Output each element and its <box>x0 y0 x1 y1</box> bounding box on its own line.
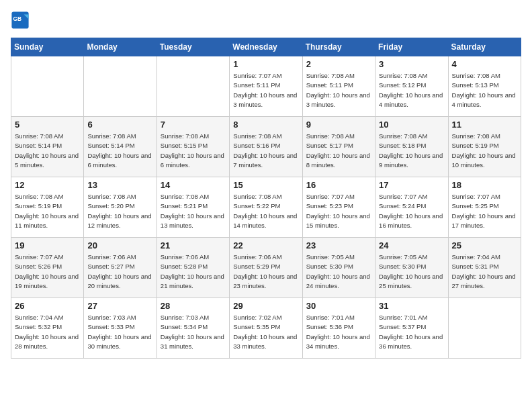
day-number: 26 <box>15 301 80 311</box>
day-info: Sunrise: 7:07 AMSunset: 5:23 PMDaylight:… <box>306 192 371 230</box>
calendar-cell: 4Sunrise: 7:08 AMSunset: 5:13 PMDaylight… <box>448 56 521 117</box>
calendar-cell: 24Sunrise: 7:05 AMSunset: 5:30 PMDayligh… <box>375 238 448 298</box>
calendar-week-row: 1Sunrise: 7:07 AMSunset: 5:11 PMDaylight… <box>11 56 521 117</box>
calendar-table: SundayMondayTuesdayWednesdayThursdayFrid… <box>11 38 521 359</box>
calendar-cell: 6Sunrise: 7:08 AMSunset: 5:14 PMDaylight… <box>84 117 157 177</box>
day-number: 24 <box>379 240 444 250</box>
logo: GB <box>11 11 32 30</box>
day-info: Sunrise: 7:02 AMSunset: 5:35 PMDaylight:… <box>233 313 298 351</box>
calendar-cell: 7Sunrise: 7:08 AMSunset: 5:15 PMDaylight… <box>157 117 229 177</box>
day-number: 14 <box>161 180 226 190</box>
day-info: Sunrise: 7:07 AMSunset: 5:24 PMDaylight:… <box>379 192 444 230</box>
day-info: Sunrise: 7:01 AMSunset: 5:37 PMDaylight:… <box>379 313 444 351</box>
day-info: Sunrise: 7:08 AMSunset: 5:14 PMDaylight:… <box>87 132 152 170</box>
day-number: 30 <box>306 301 371 311</box>
day-info: Sunrise: 7:08 AMSunset: 5:12 PMDaylight:… <box>379 71 444 109</box>
day-number: 11 <box>452 120 517 130</box>
day-info: Sunrise: 7:07 AMSunset: 5:25 PMDaylight:… <box>452 192 517 230</box>
day-info: Sunrise: 7:08 AMSunset: 5:20 PMDaylight:… <box>87 192 152 230</box>
calendar-cell: 26Sunrise: 7:04 AMSunset: 5:32 PMDayligh… <box>11 298 84 359</box>
calendar-cell: 19Sunrise: 7:07 AMSunset: 5:26 PMDayligh… <box>11 238 84 298</box>
calendar-cell: 20Sunrise: 7:06 AMSunset: 5:27 PMDayligh… <box>84 238 157 298</box>
day-info: Sunrise: 7:06 AMSunset: 5:29 PMDaylight:… <box>233 253 298 291</box>
day-number: 12 <box>15 180 80 190</box>
weekday-header-row: SundayMondayTuesdayWednesdayThursdayFrid… <box>11 38 521 56</box>
calendar-cell <box>448 298 521 359</box>
calendar-cell: 22Sunrise: 7:06 AMSunset: 5:29 PMDayligh… <box>230 238 302 298</box>
day-number: 27 <box>87 301 152 311</box>
calendar-week-row: 26Sunrise: 7:04 AMSunset: 5:32 PMDayligh… <box>11 298 521 359</box>
calendar-body: 1Sunrise: 7:07 AMSunset: 5:11 PMDaylight… <box>11 56 521 359</box>
day-info: Sunrise: 7:08 AMSunset: 5:21 PMDaylight:… <box>161 192 226 230</box>
day-number: 10 <box>379 120 444 130</box>
day-number: 29 <box>233 301 298 311</box>
calendar-cell: 25Sunrise: 7:04 AMSunset: 5:31 PMDayligh… <box>448 238 521 298</box>
weekday-header: Saturday <box>448 38 521 56</box>
day-info: Sunrise: 7:01 AMSunset: 5:36 PMDaylight:… <box>306 313 371 351</box>
weekday-header: Friday <box>375 38 448 56</box>
day-info: Sunrise: 7:08 AMSunset: 5:19 PMDaylight:… <box>452 132 517 170</box>
day-info: Sunrise: 7:08 AMSunset: 5:13 PMDaylight:… <box>452 71 517 109</box>
day-number: 22 <box>233 240 298 250</box>
calendar-cell: 9Sunrise: 7:08 AMSunset: 5:17 PMDaylight… <box>302 117 375 177</box>
day-number: 5 <box>15 120 80 130</box>
day-info: Sunrise: 7:06 AMSunset: 5:27 PMDaylight:… <box>87 253 152 291</box>
calendar-cell: 18Sunrise: 7:07 AMSunset: 5:25 PMDayligh… <box>448 177 521 238</box>
calendar-cell: 21Sunrise: 7:06 AMSunset: 5:28 PMDayligh… <box>157 238 229 298</box>
day-number: 31 <box>379 301 444 311</box>
calendar-cell: 17Sunrise: 7:07 AMSunset: 5:24 PMDayligh… <box>375 177 448 238</box>
weekday-header: Wednesday <box>230 38 302 56</box>
day-info: Sunrise: 7:08 AMSunset: 5:22 PMDaylight:… <box>233 192 298 230</box>
calendar-cell: 8Sunrise: 7:08 AMSunset: 5:16 PMDaylight… <box>230 117 302 177</box>
day-number: 8 <box>233 120 298 130</box>
calendar-cell: 16Sunrise: 7:07 AMSunset: 5:23 PMDayligh… <box>302 177 375 238</box>
day-info: Sunrise: 7:04 AMSunset: 5:32 PMDaylight:… <box>15 313 80 351</box>
day-number: 16 <box>306 180 371 190</box>
calendar-cell: 12Sunrise: 7:08 AMSunset: 5:19 PMDayligh… <box>11 177 84 238</box>
page-header: GB <box>11 11 521 30</box>
calendar-week-row: 12Sunrise: 7:08 AMSunset: 5:19 PMDayligh… <box>11 177 521 238</box>
day-number: 23 <box>306 240 371 250</box>
day-number: 2 <box>306 59 371 69</box>
day-number: 18 <box>452 180 517 190</box>
calendar-cell: 31Sunrise: 7:01 AMSunset: 5:37 PMDayligh… <box>375 298 448 359</box>
calendar-cell: 15Sunrise: 7:08 AMSunset: 5:22 PMDayligh… <box>230 177 302 238</box>
calendar-cell: 27Sunrise: 7:03 AMSunset: 5:33 PMDayligh… <box>84 298 157 359</box>
calendar-cell: 3Sunrise: 7:08 AMSunset: 5:12 PMDaylight… <box>375 56 448 117</box>
calendar-cell: 14Sunrise: 7:08 AMSunset: 5:21 PMDayligh… <box>157 177 229 238</box>
calendar-cell: 5Sunrise: 7:08 AMSunset: 5:14 PMDaylight… <box>11 117 84 177</box>
weekday-header: Sunday <box>11 38 84 56</box>
day-number: 3 <box>379 59 444 69</box>
calendar-cell: 10Sunrise: 7:08 AMSunset: 5:18 PMDayligh… <box>375 117 448 177</box>
calendar-week-row: 19Sunrise: 7:07 AMSunset: 5:26 PMDayligh… <box>11 238 521 298</box>
day-info: Sunrise: 7:07 AMSunset: 5:26 PMDaylight:… <box>15 253 80 291</box>
calendar-cell: 23Sunrise: 7:05 AMSunset: 5:30 PMDayligh… <box>302 238 375 298</box>
day-number: 28 <box>161 301 226 311</box>
day-number: 17 <box>379 180 444 190</box>
day-info: Sunrise: 7:03 AMSunset: 5:34 PMDaylight:… <box>161 313 226 351</box>
day-info: Sunrise: 7:08 AMSunset: 5:19 PMDaylight:… <box>15 192 80 230</box>
calendar-cell: 1Sunrise: 7:07 AMSunset: 5:11 PMDaylight… <box>230 56 302 117</box>
weekday-header: Thursday <box>302 38 375 56</box>
day-info: Sunrise: 7:05 AMSunset: 5:30 PMDaylight:… <box>379 253 444 291</box>
day-number: 21 <box>161 240 226 250</box>
weekday-header: Tuesday <box>157 38 229 56</box>
calendar-cell: 30Sunrise: 7:01 AMSunset: 5:36 PMDayligh… <box>302 298 375 359</box>
day-info: Sunrise: 7:08 AMSunset: 5:17 PMDaylight:… <box>306 132 371 170</box>
day-info: Sunrise: 7:06 AMSunset: 5:28 PMDaylight:… <box>161 253 226 291</box>
day-number: 20 <box>87 240 152 250</box>
day-info: Sunrise: 7:07 AMSunset: 5:11 PMDaylight:… <box>233 71 298 109</box>
day-info: Sunrise: 7:08 AMSunset: 5:11 PMDaylight:… <box>306 71 371 109</box>
day-info: Sunrise: 7:08 AMSunset: 5:14 PMDaylight:… <box>15 132 80 170</box>
calendar-cell: 13Sunrise: 7:08 AMSunset: 5:20 PMDayligh… <box>84 177 157 238</box>
day-number: 1 <box>233 59 298 69</box>
day-number: 19 <box>15 240 80 250</box>
day-number: 6 <box>87 120 152 130</box>
day-info: Sunrise: 7:08 AMSunset: 5:15 PMDaylight:… <box>161 132 226 170</box>
day-info: Sunrise: 7:04 AMSunset: 5:31 PMDaylight:… <box>452 253 517 291</box>
calendar-cell: 11Sunrise: 7:08 AMSunset: 5:19 PMDayligh… <box>448 117 521 177</box>
weekday-header: Monday <box>84 38 157 56</box>
day-info: Sunrise: 7:03 AMSunset: 5:33 PMDaylight:… <box>87 313 152 351</box>
day-number: 9 <box>306 120 371 130</box>
calendar-cell: 29Sunrise: 7:02 AMSunset: 5:35 PMDayligh… <box>230 298 302 359</box>
